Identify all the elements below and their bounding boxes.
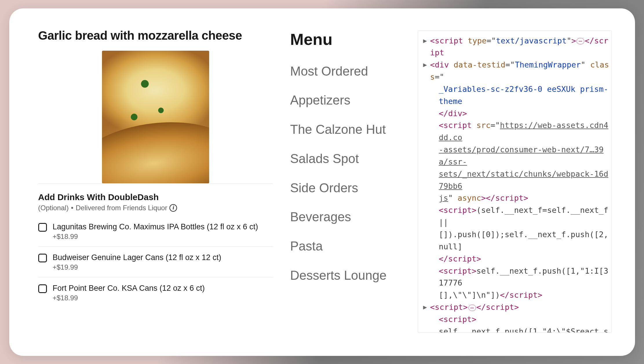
code-line[interactable]: ▶<script>self.__next_f.push([1,"1:I[3177… — [418, 265, 612, 289]
code-line[interactable]: ▶[],\"\"]\n"])</script> — [418, 289, 612, 301]
code-line[interactable]: ▶<div data-testid="ThemingWrapper" class… — [418, 59, 612, 83]
addon-checkbox[interactable] — [38, 284, 47, 293]
addon-name: Fort Point Beer Co. KSA Cans (12 oz x 6 … — [53, 283, 205, 293]
code-line[interactable]: ▶-assets/prod/consumer-web-next/7…39a/ss… — [418, 144, 612, 168]
code-line[interactable]: ▶<script> — [418, 313, 612, 325]
code-content: </script> — [439, 253, 481, 265]
code-content: sets/_next/static/chunks/webpack-16d79bb… — [439, 168, 612, 192]
code-line[interactable]: ▶sets/_next/static/chunks/webpack-16d79b… — [418, 168, 612, 192]
code-line[interactable]: ▶[]).push([0]);self.__next_f.push([2,nul… — [418, 228, 612, 253]
code-content: []).push([0]);self.__next_f.push([2,null… — [439, 228, 612, 253]
separator-dot: • — [71, 204, 73, 212]
menu-item[interactable]: Appetizers — [290, 86, 400, 115]
item-detail-panel: Garlic bread with mozzarella cheese Add … — [38, 29, 273, 333]
code-content: [],\"\"]\n"])</script> — [439, 289, 543, 301]
addon-row: Fort Point Beer Co. KSA Cans (12 oz x 6 … — [38, 277, 273, 308]
expand-caret-icon[interactable]: ▶ — [423, 35, 430, 46]
code-line[interactable]: ▶<script src="https://web-assets.cdn4dd.… — [418, 119, 612, 144]
menu-item[interactable]: Salads Spot — [290, 144, 400, 173]
code-line[interactable]: ▶</div> — [418, 107, 612, 120]
item-title: Garlic bread with mozzarella cheese — [38, 29, 273, 43]
addon-checkbox[interactable] — [38, 254, 47, 262]
menu-item[interactable]: Pasta — [290, 232, 400, 261]
code-line[interactable]: ▶self.__next_f.push([1,"4:\"$Sreact.susp… — [418, 325, 612, 333]
addon-price: +$18.99 — [53, 233, 258, 241]
code-content: <script>(self.__next_f=self.__next_f|| — [439, 204, 612, 228]
code-content: self.__next_f.push([1,"4:\"$Sreact.suspe… — [439, 325, 612, 333]
code-content: <div data-testid="ThemingWrapper" class=… — [430, 59, 612, 83]
code-content: </div> — [439, 107, 467, 120]
code-content: <script>⋯</script> — [430, 301, 519, 313]
menu-item[interactable]: Beverages — [290, 202, 400, 232]
presentation-card: Garlic bread with mozzarella cheese Add … — [9, 8, 635, 356]
code-content: <script>self.__next_f.push([1,"1:I[31777… — [439, 265, 612, 289]
menu-panel: Menu Most Ordered Appetizers The Calzone… — [290, 29, 400, 333]
item-image-wrap — [38, 51, 273, 184]
addons-delivered: Delivered from Friends Liquor — [76, 204, 167, 212]
addons-subheading: (Optional) • Delivered from Friends Liqu… — [38, 204, 273, 212]
addons-section: Add Drinks With DoubleDash (Optional) • … — [38, 192, 273, 308]
menu-item[interactable]: The Calzone Hut — [290, 115, 400, 144]
code-line[interactable]: ▶_Variables-sc-z2fv36-0 eeSXUk prism-the… — [418, 83, 612, 107]
code-line[interactable]: ▶<script>(self.__next_f=self.__next_f|| — [418, 204, 612, 228]
addons-heading: Add Drinks With DoubleDash — [38, 192, 273, 202]
menu-heading: Menu — [290, 30, 400, 49]
code-content: _Variables-sc-z2fv36-0 eeSXUk prism-them… — [439, 83, 612, 107]
code-line[interactable]: ▶<script>⋯</script> — [418, 301, 612, 313]
addon-row: Lagunitas Brewing Co. Maximus IPA Bottle… — [38, 216, 273, 247]
menu-item[interactable]: Side Orders — [290, 173, 400, 203]
code-content: js" async></script> — [439, 192, 528, 204]
code-line[interactable]: ▶<script type="text/javascript">⋯</scrip… — [418, 35, 612, 59]
menu-item[interactable]: Most Ordered — [290, 57, 400, 86]
addon-name: Budweiser Genuine Lager Cans (12 fl oz x… — [53, 253, 221, 263]
addon-price: +$19.99 — [53, 263, 221, 271]
addon-row: Budweiser Genuine Lager Cans (12 fl oz x… — [38, 247, 273, 277]
addons-optional: (Optional) — [38, 204, 69, 212]
addon-checkbox[interactable] — [38, 223, 47, 232]
menu-item[interactable]: Desserts Lounge — [290, 261, 400, 290]
code-line[interactable]: ▶</script> — [418, 253, 612, 265]
addon-price: +$18.99 — [53, 294, 205, 302]
expand-caret-icon[interactable]: ▶ — [423, 59, 430, 70]
code-line[interactable]: ▶js" async></script> — [418, 192, 612, 204]
code-content: <script> — [439, 313, 477, 325]
info-icon[interactable]: i — [169, 204, 177, 212]
expand-caret-icon[interactable]: ▶ — [423, 301, 430, 312]
devtools-panel[interactable]: ▶<script type="text/javascript">⋯</scrip… — [418, 30, 612, 333]
addon-name: Lagunitas Brewing Co. Maximus IPA Bottle… — [53, 222, 258, 232]
item-image — [102, 51, 209, 183]
code-content: -assets/prod/consumer-web-next/7…39a/ssr… — [439, 144, 612, 168]
code-content: <script type="text/javascript">⋯</script — [430, 35, 612, 59]
code-content: <script src="https://web-assets.cdn4dd.c… — [439, 119, 612, 144]
